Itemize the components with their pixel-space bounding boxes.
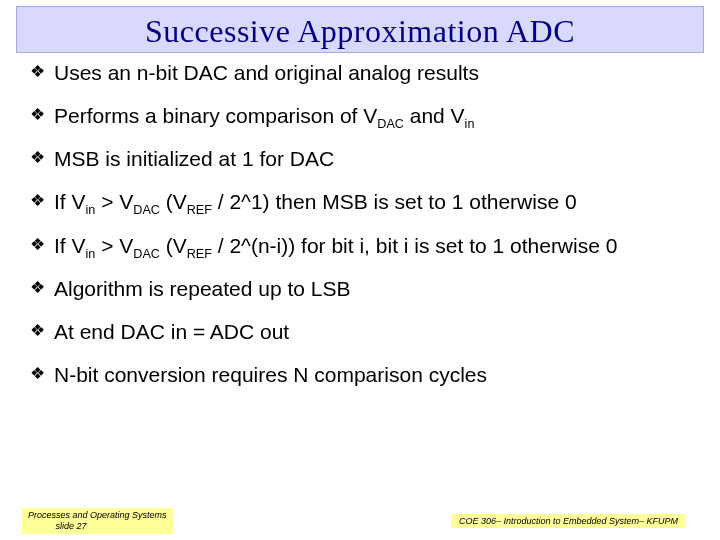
- bullet-list: Uses an n-bit DAC and original analog re…: [30, 61, 694, 387]
- subscript: in: [465, 117, 475, 131]
- bullet-text: (V: [160, 234, 187, 257]
- subscript: DAC: [133, 204, 160, 218]
- slide-body: Uses an n-bit DAC and original analog re…: [0, 53, 720, 387]
- bullet-text: N-bit conversion requires N comparison c…: [54, 363, 487, 386]
- bullet-text: Performs a binary comparison of V: [54, 104, 377, 127]
- bullet-item: Algorithm is repeated up to LSB: [30, 277, 694, 301]
- bullet-text: and V: [404, 104, 465, 127]
- bullet-item: N-bit conversion requires N comparison c…: [30, 363, 694, 387]
- bullet-text: At end DAC in = ADC out: [54, 320, 289, 343]
- subscript: in: [86, 204, 96, 218]
- bullet-item: If Vin > VDAC (VREF / 2^1) then MSB is s…: [30, 190, 694, 214]
- footer: Processes and Operating Systems slide 27…: [0, 512, 720, 540]
- bullet-text: If V: [54, 234, 86, 257]
- slide-root: Successive Approximation ADC Uses an n-b…: [0, 0, 720, 540]
- subscript: REF: [187, 204, 212, 218]
- bullet-item: MSB is initialized at 1 for DAC: [30, 147, 694, 171]
- bullet-text: Algorithm is repeated up to LSB: [54, 277, 351, 300]
- bullet-text: / 2^(n-i)) for bit i, bit i is set to 1 …: [212, 234, 618, 257]
- bullet-text: (V: [160, 190, 187, 213]
- bullet-text: Uses an n-bit DAC and original analog re…: [54, 61, 479, 84]
- bullet-text: If V: [54, 190, 86, 213]
- bullet-item: Uses an n-bit DAC and original analog re…: [30, 61, 694, 85]
- bullet-item: Performs a binary comparison of VDAC and…: [30, 104, 694, 128]
- bullet-item: If Vin > VDAC (VREF / 2^(n-i)) for bit i…: [30, 234, 694, 258]
- footer-left-line1: Processes and Operating Systems: [28, 510, 167, 520]
- slide-surface: Successive Approximation ADC Uses an n-b…: [0, 0, 720, 540]
- footer-left: Processes and Operating Systems slide 27: [22, 508, 173, 534]
- footer-right: COE 306– Introduction to Embedded System…: [451, 514, 686, 528]
- subscript: DAC: [377, 117, 404, 131]
- title-box: Successive Approximation ADC: [16, 6, 704, 53]
- bullet-text: MSB is initialized at 1 for DAC: [54, 147, 334, 170]
- slide-title: Successive Approximation ADC: [17, 13, 703, 50]
- bullet-text: / 2^1) then MSB is set to 1 otherwise 0: [212, 190, 577, 213]
- footer-right-text: COE 306– Introduction to Embedded System…: [459, 516, 678, 526]
- subscript: REF: [187, 247, 212, 261]
- bullet-text: > V: [95, 190, 133, 213]
- footer-left-line2: slide 27: [56, 521, 87, 531]
- bullet-item: At end DAC in = ADC out: [30, 320, 694, 344]
- bullet-text: > V: [95, 234, 133, 257]
- subscript: in: [86, 247, 96, 261]
- subscript: DAC: [133, 247, 160, 261]
